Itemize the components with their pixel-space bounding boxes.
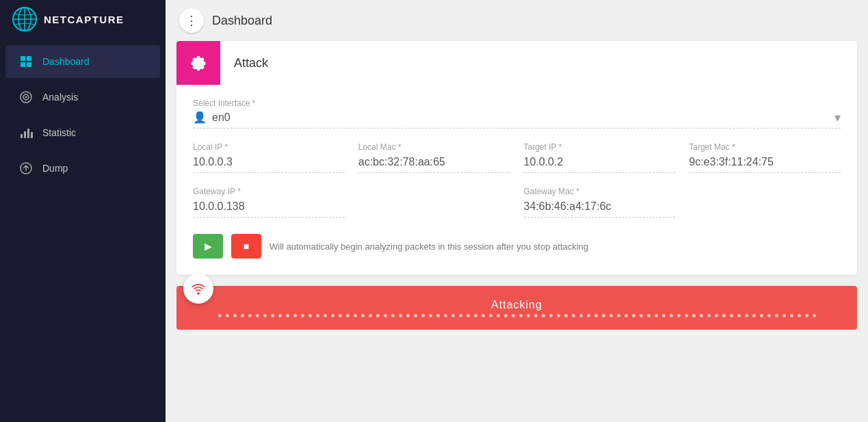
wifi-icon xyxy=(189,280,207,298)
sidebar-item-statistic[interactable]: Statistic xyxy=(5,116,160,149)
dot xyxy=(715,314,718,317)
attacking-banner: Attacking xyxy=(176,286,857,330)
svg-rect-14 xyxy=(27,129,29,138)
dot xyxy=(384,314,387,317)
card-header: Attack xyxy=(176,41,857,85)
dot xyxy=(271,314,274,317)
sidebar-header: NETCAPTURE xyxy=(0,0,166,38)
topbar: ⋮ Dashboard xyxy=(166,0,868,41)
gateway-ip-label: Gateway IP * xyxy=(193,187,345,196)
dot xyxy=(376,314,380,317)
svg-point-4 xyxy=(13,8,36,31)
svg-rect-6 xyxy=(27,56,31,61)
sidebar-item-dump[interactable]: Dump xyxy=(5,152,160,185)
dot xyxy=(775,314,778,317)
dot xyxy=(293,314,297,317)
dot xyxy=(436,314,440,317)
dot xyxy=(354,314,357,317)
dot xyxy=(782,314,786,317)
dot xyxy=(662,314,666,317)
dot xyxy=(572,314,575,317)
dot xyxy=(798,314,801,317)
dot xyxy=(308,314,312,317)
dot xyxy=(233,314,237,317)
dot xyxy=(361,314,365,317)
dot xyxy=(549,314,553,317)
dot xyxy=(692,314,696,317)
dot xyxy=(474,314,477,317)
dot xyxy=(421,314,425,317)
dot xyxy=(489,314,492,317)
dump-icon xyxy=(19,161,33,175)
dot xyxy=(685,314,688,317)
target-ip-group: Target IP * 10.0.0.2 xyxy=(524,142,676,173)
dot xyxy=(542,314,545,317)
dot xyxy=(640,314,643,317)
dot xyxy=(331,314,334,317)
dot xyxy=(301,314,304,317)
dot xyxy=(752,314,756,317)
local-mac-value: ac:bc:32:78:aa:65 xyxy=(358,155,510,173)
play-icon: ▶ xyxy=(205,241,212,252)
local-ip-group: Local IP * 10.0.0.3 xyxy=(193,142,345,173)
sidebar-item-dashboard[interactable]: Dashboard xyxy=(5,45,160,78)
statistic-icon xyxy=(19,126,33,140)
fields-row-1: Local IP * 10.0.0.3 Local Mac * ac:bc:32… xyxy=(193,142,841,173)
dot xyxy=(700,314,703,317)
dot xyxy=(602,314,605,317)
dot xyxy=(339,314,342,317)
svg-rect-5 xyxy=(21,56,25,61)
dot xyxy=(316,314,319,317)
logo-icon xyxy=(12,7,37,31)
dot xyxy=(263,314,267,317)
gateway-ip-group: Gateway IP * 10.0.0.138 xyxy=(193,187,345,217)
dot xyxy=(655,314,658,317)
dot xyxy=(587,314,590,317)
target-mac-group: Target Mac * 9c:e3:3f:11:24:75 xyxy=(689,142,841,173)
dot xyxy=(391,314,395,317)
gateway-ip-value: 10.0.0.138 xyxy=(193,199,345,217)
dot xyxy=(624,314,628,317)
dot xyxy=(241,314,244,317)
local-ip-label: Local IP * xyxy=(193,142,345,152)
sidebar-item-analysis[interactable]: Analysis xyxy=(5,81,160,114)
dot xyxy=(767,314,771,317)
stop-button[interactable]: ■ xyxy=(231,234,261,259)
dot xyxy=(429,314,432,317)
topbar-menu-button[interactable]: ⋮ xyxy=(179,8,204,33)
local-mac-label: Local Mac * xyxy=(358,142,510,152)
gateway-mac-label: Gateway Mac * xyxy=(524,187,676,196)
gateway-mac-group: Gateway Mac * 34:6b:46:a4:17:6c xyxy=(524,187,676,217)
menu-dots-icon: ⋮ xyxy=(185,13,198,28)
interface-select[interactable]: 👤 en0 ▾ xyxy=(193,111,841,129)
dot xyxy=(248,314,252,317)
play-button[interactable]: ▶ xyxy=(193,234,223,259)
info-text: Will automatically begin analyzing packe… xyxy=(269,241,588,252)
dot xyxy=(504,314,508,317)
dot xyxy=(512,314,515,317)
actions-row: ▶ ■ Will automatically begin analyzing p… xyxy=(193,234,841,259)
dot xyxy=(534,314,538,317)
gateway-mac-value: 34:6b:46:a4:17:6c xyxy=(524,199,676,217)
gateway-ip-spacer xyxy=(358,187,510,217)
interface-value: en0 xyxy=(212,111,841,124)
dot xyxy=(557,314,560,317)
dot xyxy=(226,314,229,317)
dot xyxy=(617,314,620,317)
main-content: ⋮ Dashboard Attack Select Interface * 👤 … xyxy=(166,0,868,422)
target-ip-label: Target IP * xyxy=(524,142,676,152)
local-ip-value: 10.0.0.3 xyxy=(193,155,345,173)
attacking-icon-badge xyxy=(183,274,213,304)
dot xyxy=(760,314,763,317)
dot xyxy=(790,314,793,317)
local-mac-group: Local Mac * ac:bc:32:78:aa:65 xyxy=(358,142,510,173)
dot xyxy=(730,314,733,317)
dot xyxy=(594,314,598,317)
sidebar-item-label-analysis: Analysis xyxy=(42,92,78,103)
analysis-icon xyxy=(19,90,33,104)
gear-icon xyxy=(189,53,208,72)
dot xyxy=(745,314,748,317)
stop-icon: ■ xyxy=(244,241,249,252)
attacking-banner-wrapper: Attacking xyxy=(176,286,857,330)
sidebar-nav: Dashboard Analysis xyxy=(0,44,166,186)
